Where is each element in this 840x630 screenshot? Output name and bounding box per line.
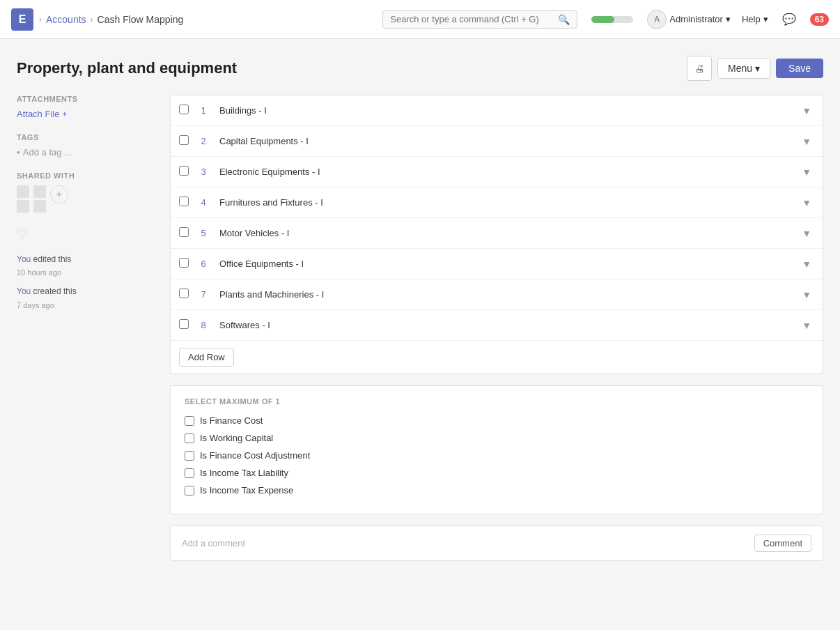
- row-label-3: Electronic Equipments - I: [214, 167, 786, 177]
- checkbox-1[interactable]: [179, 105, 189, 114]
- breadcrumb: › Accounts › Cash Flow Mapping: [39, 14, 183, 25]
- comment-button[interactable]: Comment: [754, 535, 811, 552]
- print-button[interactable]: 🖨: [687, 56, 712, 81]
- add-row-button[interactable]: Add Row: [179, 348, 234, 367]
- row-label-6: Office Equipments - I: [214, 259, 786, 269]
- row-dropdown-8[interactable]: ▼: [786, 317, 814, 334]
- row-number-5: 5: [193, 228, 214, 238]
- breadcrumb-accounts[interactable]: Accounts: [46, 14, 86, 25]
- checkbox-working-capital[interactable]: [185, 433, 194, 443]
- app-logo[interactable]: E: [11, 8, 33, 31]
- checkbox-4[interactable]: [179, 197, 189, 206]
- breadcrumb-current: Cash Flow Mapping: [98, 14, 184, 25]
- activity-time-2: 7 days ago: [17, 301, 54, 309]
- checkbox-income-tax-liability[interactable]: [185, 468, 194, 478]
- checkbox-finance-cost[interactable]: [185, 416, 194, 426]
- checkbox-6[interactable]: [179, 258, 189, 268]
- checkbox-label-finance-cost[interactable]: Is Finance Cost: [200, 415, 263, 426]
- help-menu[interactable]: Help ▾: [742, 14, 768, 24]
- attach-file-button[interactable]: Attach File +: [17, 109, 156, 119]
- main-content: Property, plant and equipment 🖨 Menu ▾ S…: [0, 39, 840, 630]
- checkbox-3[interactable]: [179, 166, 189, 176]
- checkbox-5[interactable]: [179, 227, 189, 237]
- row-checkbox-5[interactable]: [179, 227, 193, 239]
- row-dropdown-7[interactable]: ▼: [786, 286, 814, 303]
- row-checkbox-1[interactable]: [179, 105, 193, 116]
- row-checkbox-6[interactable]: [179, 258, 193, 270]
- add-tag-label: Add a tag ...: [23, 147, 72, 158]
- row-checkbox-7[interactable]: [179, 289, 193, 300]
- tags-label: TAGS: [17, 133, 156, 141]
- row-dropdown-3[interactable]: ▼: [786, 164, 814, 180]
- dropdown-btn-7[interactable]: ▼: [799, 286, 814, 303]
- chat-icon[interactable]: 💬: [779, 10, 799, 29]
- search-bar[interactable]: 🔍: [382, 10, 577, 29]
- table-row: 2 Capital Equipments - I ▼: [171, 126, 823, 157]
- checkbox-8[interactable]: [179, 319, 189, 329]
- dropdown-btn-1[interactable]: ▼: [799, 102, 814, 119]
- activity-action-1: edited this: [33, 254, 72, 264]
- comment-placeholder: Add a comment: [182, 538, 245, 548]
- checkbox-7[interactable]: [179, 289, 189, 298]
- attachments-section: ATTACHMENTS Attach File +: [17, 95, 156, 119]
- progress-bar-container: [591, 16, 633, 23]
- dot-icon: ●: [17, 149, 20, 155]
- activity-user-2: You: [17, 286, 31, 296]
- page-header: Property, plant and equipment 🖨 Menu ▾ S…: [17, 56, 823, 81]
- save-button[interactable]: Save: [776, 59, 823, 78]
- dropdown-btn-6[interactable]: ▼: [799, 256, 814, 272]
- row-dropdown-2[interactable]: ▼: [786, 133, 814, 150]
- sidebar: ATTACHMENTS Attach File + TAGS ● Add a t…: [17, 95, 156, 561]
- row-number-2: 2: [193, 136, 214, 146]
- table-row: 6 Office Equipments - I ▼: [171, 249, 823, 279]
- dropdown-btn-3[interactable]: ▼: [799, 164, 814, 180]
- row-checkbox-4[interactable]: [179, 197, 193, 208]
- checkbox-income-tax-expense[interactable]: [185, 486, 194, 495]
- row-dropdown-4[interactable]: ▼: [786, 194, 814, 211]
- checkbox-2[interactable]: [179, 135, 189, 145]
- checkbox-label-income-tax-liability[interactable]: Is Income Tax Liability: [200, 468, 288, 478]
- row-dropdown-6[interactable]: ▼: [786, 256, 814, 272]
- row-checkbox-8[interactable]: [179, 319, 193, 331]
- row-dropdown-1[interactable]: ▼: [786, 102, 814, 119]
- shared-dot-1: [17, 185, 29, 198]
- table-row: 3 Electronic Equipments - I ▼: [171, 157, 823, 187]
- add-tag-button[interactable]: ● Add a tag ...: [17, 147, 156, 158]
- checkbox-finance-cost-adj[interactable]: [185, 451, 194, 461]
- dropdown-btn-2[interactable]: ▼: [799, 133, 814, 150]
- attachments-label: ATTACHMENTS: [17, 95, 156, 103]
- row-checkbox-2[interactable]: [179, 135, 193, 147]
- add-row-container: Add Row: [171, 341, 823, 374]
- shared-with-section: SHARED WITH +: [17, 171, 156, 213]
- activity-time-1: 10 hours ago: [17, 268, 61, 277]
- favorite-icon[interactable]: ♡: [17, 226, 156, 242]
- dropdown-btn-8[interactable]: ▼: [799, 317, 814, 334]
- row-number-6: 6: [193, 259, 214, 269]
- dropdown-btn-4[interactable]: ▼: [799, 194, 814, 211]
- menu-label: Menu: [728, 63, 752, 74]
- row-number-8: 8: [193, 320, 214, 330]
- checkbox-section: SELECT MAXIMUM OF 1 Is Finance Cost Is W…: [170, 385, 823, 514]
- checkbox-label-finance-cost-adj[interactable]: Is Finance Cost Adjustment: [200, 450, 310, 461]
- checkbox-item-5: Is Income Tax Expense: [185, 485, 809, 495]
- table-row: 4 Furnitures and Fixtures - I ▼: [171, 187, 823, 218]
- tags-section: TAGS ● Add a tag ...: [17, 133, 156, 158]
- checkbox-label-income-tax-expense[interactable]: Is Income Tax Expense: [200, 485, 293, 495]
- checkbox-label-working-capital[interactable]: Is Working Capital: [200, 433, 273, 443]
- table-row: 8 Softwares - I ▼: [171, 310, 823, 341]
- comment-section: Add a comment Comment: [170, 525, 823, 561]
- user-menu[interactable]: A Administrator ▾: [647, 10, 731, 29]
- table-row: 7 Plants and Machineries - I ▼: [171, 279, 823, 310]
- search-input[interactable]: [390, 14, 552, 24]
- dropdown-btn-5[interactable]: ▼: [799, 225, 814, 242]
- content-area: 1 Buildings - I ▼ 2 Capital Equipments -…: [170, 95, 823, 561]
- row-checkbox-3[interactable]: [179, 166, 193, 178]
- menu-button[interactable]: Menu ▾: [717, 58, 770, 79]
- row-dropdown-5[interactable]: ▼: [786, 225, 814, 242]
- menu-dropdown-icon: ▾: [755, 63, 760, 74]
- row-label-1: Buildings - I: [214, 105, 786, 116]
- add-shared-button[interactable]: +: [50, 185, 68, 203]
- avatar: A: [647, 10, 667, 29]
- user-name: Administrator: [669, 14, 723, 24]
- notification-badge[interactable]: 63: [810, 13, 829, 26]
